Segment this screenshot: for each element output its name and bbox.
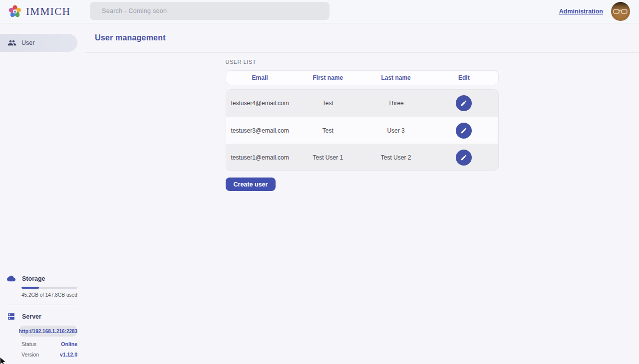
- pencil-icon: [460, 127, 467, 134]
- storage-progress-bar: [21, 287, 77, 289]
- cell-last-name: User 3: [362, 127, 430, 134]
- edit-user-button[interactable]: [456, 123, 472, 139]
- cell-email: testuser4@email.com: [226, 100, 294, 107]
- server-section: Server: [0, 312, 85, 321]
- immich-app: IMMICH Administration User: [0, 0, 639, 364]
- user-table-body: testuser4@email.com Test Three: [226, 89, 499, 171]
- home-link[interactable]: IMMICH: [0, 4, 71, 18]
- edit-user-button[interactable]: [456, 95, 472, 111]
- app-title: IMMICH: [26, 5, 71, 18]
- table-row: testuser3@email.com Test User 3: [226, 117, 498, 144]
- column-first-name: First name: [294, 74, 362, 81]
- server-icon: [7, 312, 15, 321]
- pencil-icon: [460, 154, 467, 161]
- mouse-cursor: [0, 357, 8, 364]
- cell-last-name: Test User 2: [362, 154, 430, 161]
- users-icon: [7, 38, 16, 47]
- server-url: http://192.168.1.216:2283: [19, 329, 77, 334]
- server-status-row: Status Online: [21, 341, 77, 347]
- edit-user-button[interactable]: [456, 150, 472, 166]
- server-url-chip: http://192.168.1.216:2283: [20, 326, 76, 337]
- user-list-area: USER LIST Email First name Last name Edi…: [85, 53, 639, 191]
- status-value: Online: [61, 341, 77, 347]
- cloud-icon: [7, 274, 15, 283]
- topbar-actions: Administration: [559, 2, 639, 21]
- column-edit: Edit: [430, 74, 498, 81]
- column-email: Email: [226, 74, 294, 81]
- table-row: testuser4@email.com Test Three: [226, 90, 498, 117]
- top-bar: IMMICH Administration: [0, 0, 639, 23]
- immich-logo-icon: [8, 4, 22, 18]
- sidebar-divider: [7, 305, 77, 305]
- storage-usage-text: 45.2GB of 147.8GB used: [21, 292, 85, 298]
- page-title: User management: [95, 33, 166, 42]
- create-user-button[interactable]: Create user: [226, 178, 276, 191]
- admin-sidebar: User Storage 45.2GB of 147.8GB used: [0, 23, 85, 364]
- server-title: Server: [22, 313, 41, 320]
- cell-first-name: Test User 1: [294, 154, 362, 161]
- server-version-row: Version v1.12.0: [21, 352, 77, 358]
- storage-progress-fill: [21, 287, 39, 289]
- sidebar-item-user[interactable]: User: [0, 34, 77, 52]
- cell-email: testuser3@email.com: [226, 127, 294, 134]
- glasses-icon: [613, 8, 628, 14]
- user-table-header: Email First name Last name Edit: [226, 70, 499, 85]
- pencil-icon: [460, 100, 467, 107]
- version-value: v1.12.0: [60, 352, 77, 358]
- status-label: Status: [21, 341, 36, 347]
- cell-first-name: Test: [294, 100, 362, 107]
- cell-email: testuser1@email.com: [226, 154, 294, 161]
- main-content: User management USER LIST Email First na…: [85, 23, 639, 364]
- version-label: Version: [21, 352, 39, 358]
- cell-last-name: Three: [362, 100, 430, 107]
- user-avatar[interactable]: [611, 2, 630, 21]
- sidebar-footer: Storage 45.2GB of 147.8GB used Server ht…: [0, 274, 85, 364]
- cell-first-name: Test: [294, 127, 362, 134]
- sidebar-item-label: User: [21, 39, 34, 46]
- search-input[interactable]: [90, 7, 329, 14]
- section-label: USER LIST: [226, 59, 499, 65]
- administration-link[interactable]: Administration: [559, 8, 603, 15]
- table-row: testuser1@email.com Test User 1 Test Use…: [226, 144, 498, 171]
- page-header: User management: [85, 23, 639, 53]
- storage-title: Storage: [22, 275, 45, 282]
- column-last-name: Last name: [362, 74, 430, 81]
- search-bar[interactable]: [90, 2, 329, 20]
- storage-section: Storage: [0, 274, 85, 283]
